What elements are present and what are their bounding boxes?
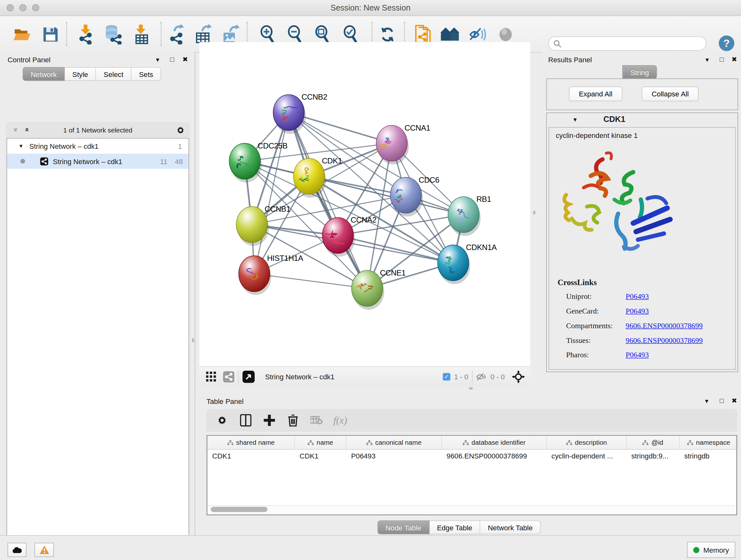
panel-splitter-handle[interactable] bbox=[192, 338, 194, 342]
help-icon[interactable]: ? bbox=[719, 36, 734, 51]
crosslink-link[interactable]: P06493 bbox=[626, 292, 649, 301]
network-options-gear-icon[interactable] bbox=[176, 125, 185, 135]
network-node-CCNE1[interactable] bbox=[352, 270, 383, 307]
result-collapse-icon[interactable]: ▼ bbox=[572, 116, 578, 123]
open-session-icon[interactable] bbox=[12, 24, 32, 44]
show-columns-icon[interactable] bbox=[234, 411, 258, 430]
node-position-icon[interactable] bbox=[512, 370, 525, 383]
node-table[interactable]: shared namenamecanonical namedatabase id… bbox=[206, 435, 737, 515]
network-node-RB1[interactable] bbox=[448, 197, 479, 233]
save-session-icon[interactable] bbox=[40, 24, 61, 44]
table-panel-float-icon[interactable]: □ bbox=[720, 396, 724, 404]
memory-button[interactable]: Memory bbox=[687, 542, 735, 558]
network-node-CDKN1A[interactable] bbox=[437, 245, 469, 281]
column-header-name[interactable]: name bbox=[295, 436, 346, 449]
crosslink-link[interactable]: 9606.ENSP00000378699 bbox=[626, 336, 703, 345]
memory-status-icon bbox=[693, 547, 699, 553]
table-cell[interactable]: 9606.ENSP00000378699 bbox=[442, 449, 547, 463]
control-panel-float-icon[interactable]: □ bbox=[170, 55, 174, 63]
results-panel-close-icon[interactable]: ✖ bbox=[731, 55, 737, 63]
network-node-CDK1[interactable] bbox=[293, 159, 325, 194]
refresh-style-icon[interactable] bbox=[377, 24, 398, 44]
column-header-database-identifier[interactable]: database identifier bbox=[442, 436, 547, 449]
gene-description: cyclin-dependent kinase 1 bbox=[549, 128, 735, 139]
zoom-out-icon[interactable] bbox=[284, 24, 305, 44]
string-import-icon[interactable] bbox=[412, 24, 433, 44]
birdseye-view-icon[interactable] bbox=[243, 370, 255, 383]
network-node-CCNA1[interactable] bbox=[376, 125, 408, 161]
tab-network-table[interactable]: Network Table bbox=[480, 520, 541, 534]
tab-edge-table[interactable]: Edge Table bbox=[429, 520, 480, 534]
expand-all-button[interactable]: Expand All bbox=[569, 86, 622, 101]
network-view-icon[interactable] bbox=[223, 371, 234, 382]
column-header-description[interactable]: description bbox=[547, 436, 626, 449]
import-network-database-icon[interactable] bbox=[103, 24, 124, 44]
table-splitter-handle[interactable] bbox=[469, 387, 473, 389]
table-cell[interactable]: cyclin-dependent ... bbox=[547, 449, 626, 463]
network-canvas[interactable]: CCNB2CCNA1CDC25BCDK1CDC6RB1CCNB1CCNA2CDK… bbox=[199, 42, 530, 367]
column-header-canonical-name[interactable]: canonical name bbox=[346, 436, 442, 449]
zoom-fit-icon[interactable] bbox=[312, 24, 333, 44]
zoom-in-icon[interactable] bbox=[257, 24, 278, 44]
network-node-CDC6[interactable] bbox=[390, 177, 421, 213]
add-column-icon[interactable] bbox=[258, 411, 281, 430]
network-node-CDC25B[interactable] bbox=[229, 143, 260, 179]
table-cell[interactable]: CDK1 bbox=[295, 449, 346, 463]
network-edge-CCNB2-HIST1H1A[interactable] bbox=[254, 112, 289, 273]
table-panel-menu-icon[interactable]: ▾ bbox=[705, 397, 708, 405]
results-splitter-handle[interactable] bbox=[533, 210, 535, 214]
enhance-labels-icon[interactable] bbox=[468, 24, 488, 44]
network-graph[interactable]: CCNB2CCNA1CDC25BCDK1CDC6RB1CCNB1CCNA2CDK… bbox=[199, 42, 530, 367]
crosslink-link[interactable]: P06493 bbox=[626, 307, 649, 315]
export-network-icon[interactable] bbox=[166, 24, 187, 44]
table-row[interactable]: CDK1CDK1P064939606.ENSP00000378699cyclin… bbox=[207, 449, 736, 463]
control-panel-close-icon[interactable]: ✖ bbox=[183, 55, 188, 63]
cloud-button[interactable] bbox=[8, 543, 26, 557]
tab-sets[interactable]: Sets bbox=[131, 67, 161, 81]
tab-network[interactable]: Network bbox=[23, 67, 65, 81]
tab-style[interactable]: Style bbox=[65, 67, 96, 81]
tab-select[interactable]: Select bbox=[96, 67, 131, 81]
table-cell[interactable]: stringdb bbox=[679, 449, 738, 463]
network-edge-CCNA2-CDKN1A[interactable] bbox=[338, 235, 453, 263]
tab-string[interactable]: String bbox=[622, 65, 657, 79]
collapse-all-button[interactable]: Collapse All bbox=[642, 86, 698, 101]
results-panel-tabs: String bbox=[622, 65, 657, 79]
network-node-CCNB1[interactable] bbox=[236, 206, 267, 243]
network-node-CCNB2[interactable] bbox=[273, 95, 305, 131]
crosslink-label: Pharos: bbox=[566, 351, 626, 360]
import-network-file-icon[interactable] bbox=[76, 24, 96, 44]
network-collection-row[interactable]: ▼ String Network – cdk1 1 bbox=[7, 138, 189, 153]
table-horizontal-scrollbar[interactable] bbox=[208, 505, 735, 513]
crosslink-link[interactable]: 9606.ENSP00000378699 bbox=[626, 321, 703, 330]
search-field[interactable] bbox=[561, 39, 706, 48]
selected-checkbox-icon[interactable]: ✓ bbox=[443, 373, 450, 381]
results-panel-menu-icon[interactable]: ▾ bbox=[705, 56, 709, 64]
export-table-icon[interactable] bbox=[193, 24, 213, 44]
column-header-shared-name[interactable]: shared name bbox=[207, 436, 295, 449]
tab-node-table[interactable]: Node Table bbox=[378, 520, 429, 534]
zoom-selected-icon[interactable] bbox=[340, 24, 361, 44]
table-panel-close-icon[interactable]: ✖ bbox=[731, 396, 737, 404]
sphere-view-icon[interactable] bbox=[495, 24, 516, 44]
column-header-namespace[interactable]: namespace bbox=[679, 436, 738, 449]
results-panel-float-icon[interactable]: □ bbox=[720, 55, 724, 63]
column-header--id[interactable]: @id bbox=[627, 436, 680, 449]
crosslink-link[interactable]: P06493 bbox=[626, 351, 649, 360]
table-cell[interactable]: CDK1 bbox=[207, 449, 295, 463]
grid-view-icon[interactable] bbox=[206, 371, 217, 382]
control-panel-menu-icon[interactable]: ▾ bbox=[156, 56, 159, 64]
export-image-icon[interactable] bbox=[220, 24, 241, 44]
delete-column-icon[interactable] bbox=[281, 411, 305, 430]
network-row[interactable]: String Network – cdk1 11 48 bbox=[7, 153, 189, 169]
collection-expand-icon[interactable]: ▼ bbox=[18, 143, 23, 149]
network-node-CCNA2[interactable] bbox=[322, 217, 354, 253]
search-input[interactable] bbox=[548, 37, 706, 51]
table-cell[interactable]: P06493 bbox=[346, 449, 442, 463]
warnings-button[interactable] bbox=[35, 543, 54, 557]
scrollbar-thumb[interactable] bbox=[211, 507, 267, 512]
string-home-icon[interactable] bbox=[440, 24, 460, 44]
table-cell[interactable]: stringdb:9... bbox=[627, 449, 680, 463]
import-table-file-icon[interactable] bbox=[131, 24, 152, 44]
table-options-gear-icon[interactable] bbox=[210, 411, 234, 430]
